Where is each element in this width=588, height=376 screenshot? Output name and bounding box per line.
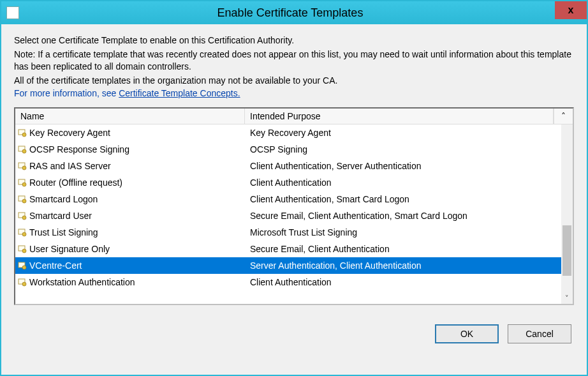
certificate-template-icon [18,211,27,220]
certificate-template-icon [18,128,27,137]
row-name: User Signature Only [28,244,245,254]
row-name: Key Recovery Agent [28,128,245,138]
scroll-down-button[interactable]: ˅ [561,292,573,304]
svg-point-1 [22,133,26,137]
svg-point-5 [22,166,26,170]
row-purpose: Client Authentication [245,177,561,188]
svg-point-7 [22,183,26,186]
concepts-link[interactable]: Certificate Template Concepts. [119,88,240,98]
column-name[interactable]: Name [15,109,245,124]
list-header: Name Intended Purpose ˄ [15,109,573,124]
dialog-body: Select one Certificate Template to enabl… [1,24,587,375]
row-purpose: Client Authentication, Server Authentica… [245,161,561,171]
list-row[interactable]: Smartcard LogonClient Authentication, Sm… [15,191,561,207]
row-purpose: Server Authentication, Client Authentica… [245,260,561,271]
svg-point-3 [22,149,26,153]
svg-point-15 [22,249,26,253]
list-row[interactable]: VCentre-CertServer Authentication, Clien… [15,257,561,274]
row-purpose: Secure Email, Client Authentication [245,244,561,254]
more-info-prefix: For more information, see [14,88,119,98]
more-info-line: For more information, see Certificate Te… [14,88,574,98]
scroll-up-button[interactable]: ˄ [554,109,573,124]
svg-point-17 [22,266,26,269]
row-name: Smartcard Logon [28,194,245,204]
list-row[interactable]: Router (Offline request)Client Authentic… [15,174,561,191]
row-purpose: Secure Email, Client Authentication, Sma… [245,211,561,221]
certificate-template-icon [18,145,27,154]
ok-button[interactable]: OK [435,324,499,343]
svg-point-11 [22,216,26,220]
row-purpose: Client Authentication, Smart Card Logon [245,194,561,204]
list-body[interactable]: Key Recovery AgentKey Recovery Agent OCS… [15,124,561,304]
template-list: Name Intended Purpose ˄ Key Recovery Age… [14,107,574,305]
window-title: Enable Certificate Templates [19,6,561,20]
row-purpose: Microsoft Trust List Signing [245,227,561,237]
instruction-line-1: Select one Certificate Template to enabl… [14,34,574,47]
svg-point-19 [22,282,26,286]
certificate-template-icon [18,244,27,253]
close-button[interactable]: x [555,1,587,19]
list-row[interactable]: Key Recovery AgentKey Recovery Agent [15,124,561,141]
system-icon [6,6,19,19]
row-name: Workstation Authentication [28,277,245,287]
row-name: OCSP Response Signing [28,144,245,154]
titlebar: Enable Certificate Templates x [1,1,587,24]
row-purpose: Client Authentication [245,277,561,287]
certificate-template-icon [18,278,27,287]
list-row[interactable]: OCSP Response SigningOCSP Signing [15,141,561,158]
certificate-template-icon [18,195,27,204]
button-bar: OK Cancel [14,324,574,343]
instruction-line-2: Note: If a certificate template that was… [14,49,574,73]
list-row[interactable]: Trust List SigningMicrosoft Trust List S… [15,224,561,241]
row-purpose: Key Recovery Agent [245,128,561,138]
list-row[interactable]: Smartcard UserSecure Email, Client Authe… [15,207,561,224]
list-row[interactable]: User Signature OnlySecure Email, Client … [15,241,561,257]
certificate-template-icon [18,261,27,270]
svg-point-9 [22,199,26,203]
column-purpose[interactable]: Intended Purpose [245,109,554,124]
list-row[interactable]: RAS and IAS ServerClient Authentication,… [15,158,561,174]
certificate-template-icon [18,178,27,187]
row-purpose: OCSP Signing [245,144,561,154]
row-name: Trust List Signing [28,227,245,237]
cancel-button[interactable]: Cancel [508,324,571,343]
list-row[interactable]: Workstation AuthenticationClient Authent… [15,274,561,290]
certificate-template-icon [18,162,27,170]
row-name: VCentre-Cert [28,260,245,271]
scrollbar-thumb[interactable] [562,225,571,276]
row-name: Smartcard User [28,211,245,221]
scrollbar-track[interactable] [561,124,573,292]
certificate-template-icon [18,228,27,237]
instruction-line-3: All of the certificate templates in the … [14,75,574,87]
vertical-scrollbar[interactable]: ˅ [561,124,573,304]
row-name: RAS and IAS Server [28,161,245,171]
dialog-window: Enable Certificate Templates x Select on… [0,0,588,376]
svg-point-13 [22,232,26,236]
row-name: Router (Offline request) [28,177,245,188]
